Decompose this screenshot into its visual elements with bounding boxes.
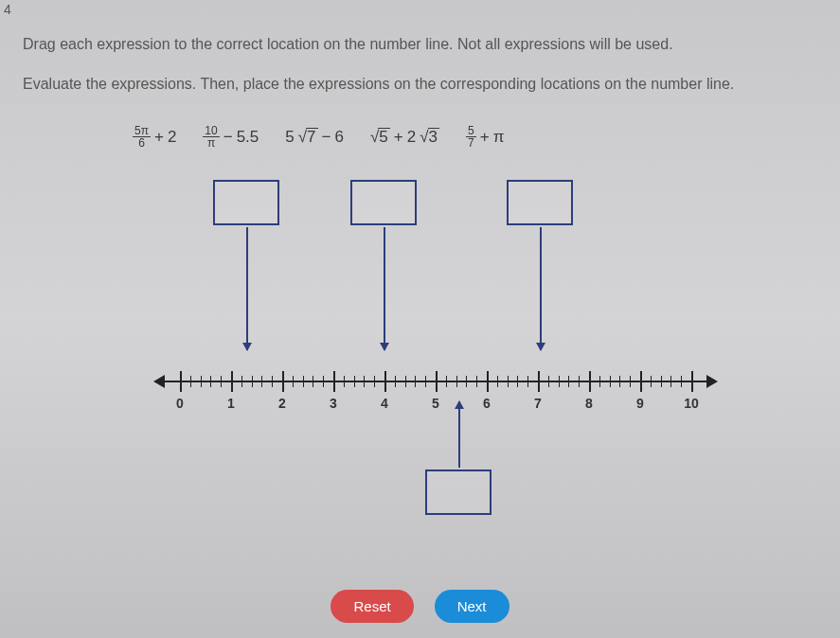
fraction: 5 7 xyxy=(466,125,476,149)
expression-4[interactable]: 5 + 2 3 xyxy=(370,128,439,147)
tick-minor xyxy=(272,376,273,387)
tick-minor xyxy=(354,376,355,387)
tick-label: 1 xyxy=(227,396,235,411)
radical-icon: 7 xyxy=(298,128,318,147)
radicand: 5 xyxy=(378,128,389,145)
tick-minor xyxy=(221,376,222,387)
tick-label: 9 xyxy=(636,396,644,411)
tick-major xyxy=(487,371,489,392)
tick-minor xyxy=(425,376,426,387)
tick-minor xyxy=(201,376,202,387)
tick-major xyxy=(282,371,284,392)
tick-minor xyxy=(190,376,191,387)
tick-minor xyxy=(651,376,652,387)
tick-label: 3 xyxy=(330,396,337,411)
arrow-right-icon xyxy=(706,375,718,388)
plus-sign: + xyxy=(394,128,403,147)
tick-major xyxy=(436,371,438,392)
tick-minor xyxy=(261,376,262,387)
tick-minor xyxy=(374,376,375,387)
tick-minor xyxy=(415,376,416,387)
tick-minor xyxy=(323,376,324,387)
tick-minor xyxy=(293,376,294,387)
tick-minor xyxy=(548,376,549,387)
expression-5[interactable]: 5 7 + π xyxy=(466,125,504,149)
constant: 5.5 xyxy=(237,128,259,147)
constant: 2 xyxy=(168,128,176,147)
expression-3[interactable]: 5 7 − 6 xyxy=(285,128,344,147)
tick-minor xyxy=(579,376,580,387)
tick-minor xyxy=(476,376,477,387)
tick-label: 6 xyxy=(483,396,491,411)
tick-minor xyxy=(661,376,662,387)
tick-label: 7 xyxy=(534,396,542,411)
pi-symbol: π xyxy=(493,128,505,147)
tick-label: 0 xyxy=(176,396,184,411)
plus-sign: + xyxy=(480,128,490,147)
reset-button[interactable]: Reset xyxy=(331,590,413,623)
expression-bank: 5π 6 + 2 10 π − 5.5 5 7 − 6 5 + 2 3 5 7 … xyxy=(133,125,504,149)
number-line-diagram: 012345678910 xyxy=(123,180,739,530)
constant: 6 xyxy=(335,128,344,147)
tick-minor xyxy=(559,376,560,387)
tick-minor xyxy=(446,376,447,387)
tick-minor xyxy=(241,376,242,387)
instruction-line-2: Evaluate the expressions. Then, place th… xyxy=(23,76,734,93)
tick-minor xyxy=(344,376,345,387)
tick-major xyxy=(231,371,233,392)
tick-label: 10 xyxy=(684,396,699,411)
tick-minor xyxy=(303,376,304,387)
tick-minor xyxy=(466,376,467,387)
arrow-down-icon xyxy=(384,227,385,350)
question-number: 4 xyxy=(4,2,11,17)
tick-minor xyxy=(497,376,498,387)
denominator: π xyxy=(206,137,217,149)
tick-minor xyxy=(364,376,365,387)
fraction: 10 π xyxy=(203,125,219,149)
radicand: 3 xyxy=(428,128,439,145)
tick-minor xyxy=(568,376,569,387)
drop-zone-top-3[interactable] xyxy=(507,180,573,225)
tick-label: 8 xyxy=(585,396,593,411)
tick-minor xyxy=(405,376,406,387)
tick-minor xyxy=(681,376,682,387)
tick-minor xyxy=(527,376,528,387)
tick-label: 5 xyxy=(432,396,439,411)
radical-icon: 5 xyxy=(370,128,390,147)
tick-minor xyxy=(313,376,313,387)
number-line: 012345678910 xyxy=(161,360,710,407)
tick-major xyxy=(180,371,182,392)
coefficient: 2 xyxy=(407,128,416,147)
drop-zone-bottom[interactable] xyxy=(425,470,491,515)
tick-minor xyxy=(395,376,396,387)
tick-minor xyxy=(508,376,509,387)
denominator: 7 xyxy=(466,137,476,149)
denominator: 6 xyxy=(136,137,147,149)
tick-minor xyxy=(252,376,253,387)
expression-1[interactable]: 5π 6 + 2 xyxy=(133,125,176,149)
drop-zone-top-2[interactable] xyxy=(350,180,417,225)
tick-minor xyxy=(517,376,518,387)
button-row: Reset Next xyxy=(0,590,840,623)
instruction-line-1: Drag each expression to the correct loca… xyxy=(23,36,673,53)
coefficient: 5 xyxy=(285,128,294,147)
drop-zone-top-1[interactable] xyxy=(213,180,279,225)
tick-major xyxy=(640,371,642,392)
tick-label: 4 xyxy=(381,396,388,411)
tick-major xyxy=(589,371,591,392)
minus-sign: − xyxy=(223,128,233,147)
radical-icon: 3 xyxy=(420,128,439,147)
tick-minor xyxy=(456,376,457,387)
tick-major xyxy=(538,371,540,392)
arrow-down-icon xyxy=(246,227,248,350)
tick-minor xyxy=(610,376,611,387)
tick-minor xyxy=(210,376,211,387)
arrow-down-icon xyxy=(540,227,542,350)
tick-minor xyxy=(630,376,631,387)
plus-sign: + xyxy=(154,128,164,147)
next-button[interactable]: Next xyxy=(435,590,509,623)
fraction: 5π 6 xyxy=(133,125,151,149)
arrow-up-icon xyxy=(458,401,460,468)
expression-2[interactable]: 10 π − 5.5 xyxy=(203,125,259,149)
tick-minor xyxy=(599,376,600,387)
